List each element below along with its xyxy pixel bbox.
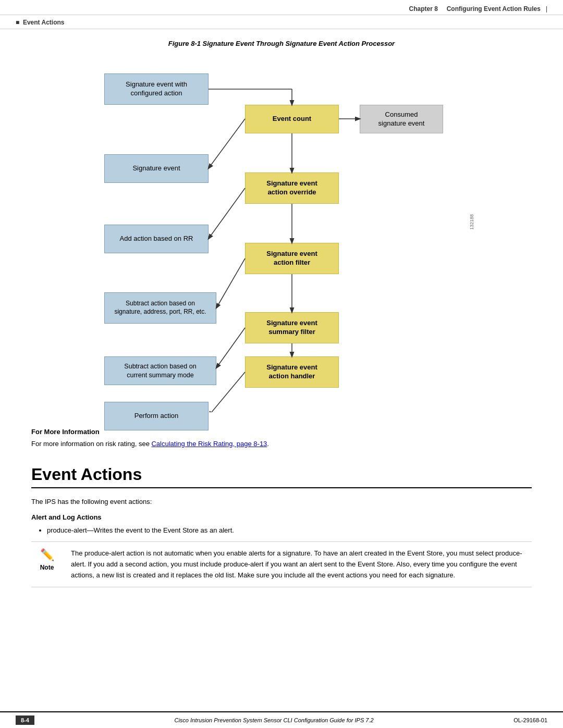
list-item-produce-alert: produce-alert—Writes the event to the Ev… <box>47 525 532 536</box>
subheader-text: ■ Event Actions <box>16 19 65 26</box>
event-actions-intro: The IPS has the following event actions: <box>31 497 532 508</box>
svg-line-9 <box>216 328 245 368</box>
page-header: Chapter 8 Configuring Event Action Rules… <box>0 0 563 15</box>
risk-rating-link[interactable]: Calculating the Risk Rating, page 8-13 <box>151 440 267 448</box>
chapter-name: Configuring Event Action Rules <box>447 5 541 13</box>
box-subtract-sig: Subtract action based onsignature, addre… <box>104 292 216 324</box>
for-more-info-section: For More Information For more informatio… <box>31 428 532 449</box>
page-subheader: ■ Event Actions <box>0 15 563 29</box>
box-sig-summary-filter: Signature eventsummary filter <box>245 312 339 343</box>
rotated-label: 132188 <box>469 214 474 230</box>
bullet-list: produce-alert—Writes the event to the Ev… <box>47 525 532 536</box>
box-sig-action-handler: Signature eventaction handler <box>245 356 339 388</box>
note-text: The produce-alert action is not automati… <box>71 548 532 581</box>
note-label: Note <box>40 564 54 571</box>
alert-log-title: Alert and Log Actions <box>31 513 532 521</box>
svg-line-4 <box>209 119 245 168</box>
box-sig-action-override: Signature eventaction override <box>245 172 339 204</box>
main-content: Figure 8-1 Signature Event Through Signa… <box>0 29 563 613</box>
chapter-title: Chapter 8 Configuring Event Action Rules… <box>409 5 547 13</box>
page-footer: 8-4 Cisco Intrusion Prevention System Se… <box>0 711 563 728</box>
chapter-number: Chapter 8 <box>409 5 438 13</box>
note-container: ✏️ Note The produce-alert action is not … <box>31 541 532 587</box>
footer-doc-id: OL-29168-01 <box>513 717 547 723</box>
footer-doc-title: Cisco Intrusion Prevention System Sensor… <box>34 717 513 723</box>
event-actions-heading: Event Actions <box>31 465 532 488</box>
box-add-action-rr: Add action based on RR <box>104 225 209 253</box>
svg-line-5 <box>209 188 245 239</box>
box-sig-configured: Signature event withconfigured action <box>104 73 209 105</box>
for-more-info-text: For more information on risk rating, see… <box>31 439 532 449</box>
diagram-container: Signature event withconfigured action Ev… <box>94 58 469 412</box>
box-sig-action-filter: Signature eventaction filter <box>245 243 339 274</box>
box-event-count: Event count <box>245 105 339 133</box>
note-icon-area: ✏️ Note <box>31 548 63 571</box>
event-actions-section: Event Actions The IPS has the following … <box>31 465 532 588</box>
svg-line-7 <box>216 258 245 308</box>
box-perform-action: Perform action <box>104 402 209 430</box>
pencil-icon: ✏️ <box>40 548 54 562</box>
page-number: 8-4 <box>16 715 34 725</box>
box-consumed: Consumedsignature event <box>360 105 443 133</box>
figure-caption: Figure 8-1 Signature Event Through Signa… <box>31 40 532 47</box>
box-sig-event: Signature event <box>104 154 209 183</box>
box-subtract-summary: Subtract action based oncurrent summary … <box>104 356 216 385</box>
